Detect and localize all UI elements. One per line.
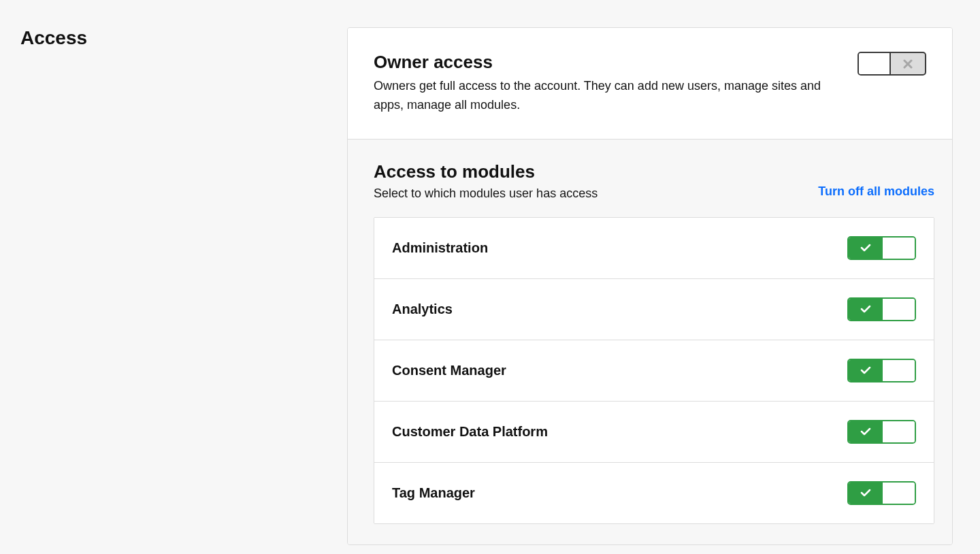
turn-off-all-modules-link[interactable]: Turn off all modules xyxy=(818,184,934,199)
modules-list: Administration Analytics xyxy=(374,217,934,524)
module-name: Tag Manager xyxy=(392,485,475,501)
toggle-knob xyxy=(883,421,915,442)
check-icon xyxy=(849,483,883,504)
toggle-knob xyxy=(883,483,915,504)
module-name: Consent Manager xyxy=(392,363,506,378)
modules-access-title: Access to modules xyxy=(374,161,598,182)
modules-heading-block: Access to modules Select to which module… xyxy=(374,161,598,201)
access-main-panel: Owner access Owners get full access to t… xyxy=(347,27,953,545)
toggle-knob xyxy=(859,53,891,74)
check-icon xyxy=(849,238,883,259)
owner-access-toggle[interactable] xyxy=(858,52,926,76)
module-row-customer-data-platform: Customer Data Platform xyxy=(374,402,934,463)
module-toggle-analytics[interactable] xyxy=(847,297,916,321)
toggle-knob xyxy=(883,299,915,320)
owner-access-description: Owners get full access to the account. T… xyxy=(374,77,836,115)
access-sidebar: Access xyxy=(20,27,347,545)
page-title: Access xyxy=(20,27,347,49)
owner-access-section: Owner access Owners get full access to t… xyxy=(348,28,952,140)
owner-access-text: Owner access Owners get full access to t… xyxy=(374,52,836,115)
toggle-knob xyxy=(883,238,915,259)
module-toggle-tag-manager[interactable] xyxy=(847,481,916,505)
modules-access-subtitle: Select to which modules user has access xyxy=(374,186,598,201)
check-icon xyxy=(849,360,883,381)
modules-access-section: Access to modules Select to which module… xyxy=(348,140,952,544)
module-name: Administration xyxy=(392,240,488,256)
module-row-consent-manager: Consent Manager xyxy=(374,340,934,402)
module-toggle-administration[interactable] xyxy=(847,236,916,260)
module-toggle-consent-manager[interactable] xyxy=(847,359,916,382)
owner-access-title: Owner access xyxy=(374,52,836,73)
check-icon xyxy=(849,299,883,320)
check-icon xyxy=(849,421,883,442)
module-name: Analytics xyxy=(392,302,453,317)
module-row-analytics: Analytics xyxy=(374,279,934,340)
module-row-tag-manager: Tag Manager xyxy=(374,463,934,523)
module-row-administration: Administration xyxy=(374,218,934,279)
toggle-knob xyxy=(883,360,915,381)
module-name: Customer Data Platform xyxy=(392,424,548,440)
module-toggle-customer-data-platform[interactable] xyxy=(847,420,916,444)
x-icon xyxy=(891,53,925,74)
modules-header: Access to modules Select to which module… xyxy=(374,161,934,201)
